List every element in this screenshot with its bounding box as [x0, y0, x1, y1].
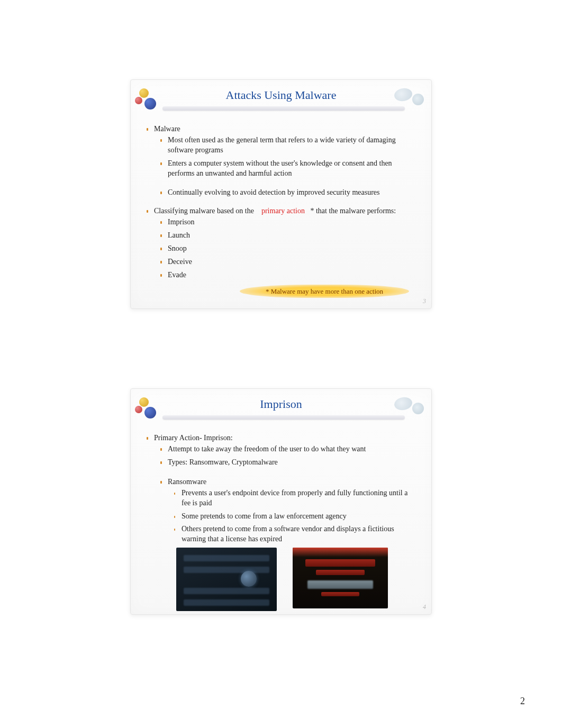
list-item: Continually evolving to avoid detection … [168, 188, 418, 198]
bullet-text: Snoop [168, 244, 187, 252]
page-number: 2 [520, 696, 525, 707]
text-pre: Classifying malware based on the [154, 207, 256, 215]
bullet-ransomware: Ransomware Prevents a user's endpoint de… [168, 477, 418, 544]
slide-title: Imprison [141, 394, 421, 411]
screenshot-vendor-warning [293, 548, 388, 608]
title-underline [162, 415, 405, 420]
text-post: * that the malware performs: [310, 207, 396, 215]
bullet-text: Continually evolving to avoid detection … [168, 188, 379, 196]
slide-header: Imprison [141, 394, 421, 426]
bullet-text: Ransomware [168, 478, 206, 486]
bullet-text: Evade [168, 271, 186, 279]
bullet-primary-action: Primary Action- Imprison: Attempt to tak… [154, 433, 418, 544]
title-underline [162, 106, 405, 111]
slide-content: Primary Action- Imprison: Attempt to tak… [141, 426, 421, 611]
list-item: Types: Ransomware, Cryptomalware [168, 458, 418, 468]
callout-note: * Malware may have more than one action [240, 285, 409, 298]
list-item: Snoop [168, 244, 418, 254]
list-item: Enters a computer system without the use… [168, 159, 418, 179]
list-item: Others pretend to come from a software v… [182, 524, 418, 544]
bullet-text: Most often used as the general term that… [168, 136, 396, 154]
slide-number: 3 [423, 297, 426, 305]
list-item: Launch [168, 231, 418, 241]
list-item: Most often used as the general term that… [168, 135, 418, 156]
bullet-text: Launch [168, 231, 190, 239]
slide-header: Attacks Using Malware [141, 85, 421, 117]
bullet-malware: Malware Most often used as the general t… [154, 124, 418, 198]
ransomware-screenshots [144, 548, 418, 611]
bullet-text: Types: Ransomware, Cryptomalware [168, 458, 278, 466]
bullet-text: Primary Action- Imprison: [154, 434, 233, 442]
screenshot-law-enforcement [176, 548, 277, 611]
bullet-text: Attempt to take away the freedom of the … [168, 445, 366, 453]
bullet-text: Deceive [168, 258, 192, 266]
list-item: Prevents a user's endpoint device from p… [182, 488, 418, 508]
decorative-spheres-icon [137, 87, 162, 113]
list-item: Some pretends to come from a law enforce… [182, 512, 418, 522]
list-item: Deceive [168, 257, 418, 267]
bullet-text: Imprison [168, 218, 195, 226]
document-page: Attacks Using Malware Malware Most often… [0, 0, 562, 728]
bullet-text: Others pretend to come from a software v… [182, 525, 394, 543]
decorative-spheres-icon [137, 396, 162, 422]
bullet-text: Malware [154, 125, 180, 133]
slide-2: Imprison Primary Action- Imprison: Attem… [130, 388, 432, 615]
list-item: Evade [168, 270, 418, 280]
bullet-text: Prevents a user's endpoint device from p… [182, 489, 407, 507]
bullet-classifying: Classifying malware based on the primary… [154, 206, 418, 280]
bullet-text: Some pretends to come from a law enforce… [182, 512, 347, 520]
slide-title: Attacks Using Malware [141, 85, 421, 102]
slide-content: Malware Most often used as the general t… [141, 117, 421, 298]
bullet-text: Enters a computer system without the use… [168, 159, 392, 177]
bullet-text-mixed: Classifying malware based on the primary… [154, 207, 396, 215]
list-item: Attempt to take away the freedom of the … [168, 444, 418, 454]
slide-number: 4 [423, 603, 426, 611]
slide-1: Attacks Using Malware Malware Most often… [130, 79, 432, 309]
list-item: Imprison [168, 217, 418, 228]
highlight-primary-action: primary action [261, 207, 305, 215]
